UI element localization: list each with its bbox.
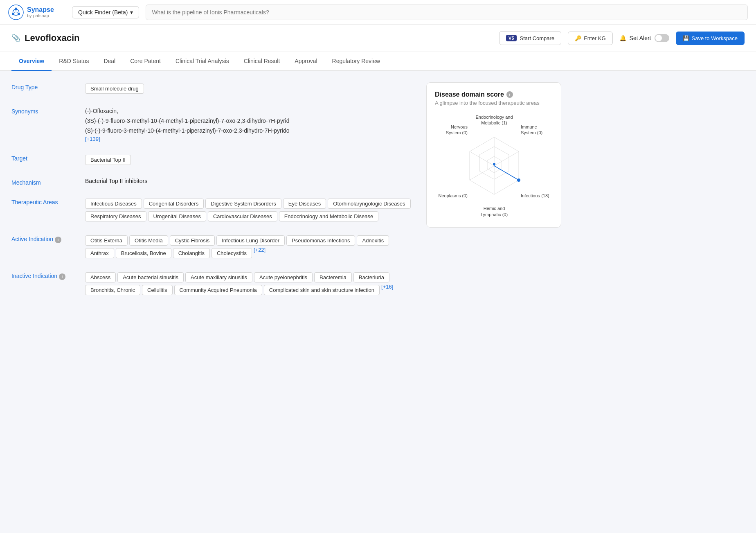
- disease-domain-title: Disease domain score i: [435, 91, 553, 98]
- ta-endocrinology[interactable]: Endocrinology and Metabolic Disease: [279, 211, 379, 221]
- brand-name: Synapse: [27, 6, 54, 14]
- svg-point-2: [15, 7, 17, 10]
- save-icon: 💾: [683, 35, 689, 41]
- synonyms-row: Synonyms (-)-Ofloxacin, (3S)-(-)-9-fluor…: [11, 106, 416, 142]
- tab-rd-status[interactable]: R&D Status: [52, 52, 96, 71]
- inactive-indication-info-icon[interactable]: i: [59, 273, 65, 280]
- active-indication-info-icon[interactable]: i: [55, 237, 61, 243]
- radar-label-hemic: Hemic andLymphatic (0): [472, 206, 517, 217]
- enter-kg-button[interactable]: 🔑 Enter KG: [568, 32, 612, 45]
- ai-anthrax[interactable]: Anthrax: [85, 248, 114, 258]
- tab-regulatory[interactable]: Regulatory Review: [325, 52, 388, 71]
- synonyms-label: Synonyms: [11, 106, 85, 142]
- inactive-indication-row: Inactive Indication i Abscess Acute bact…: [11, 271, 416, 296]
- ta-respiratory[interactable]: Respiratory Diseases: [85, 211, 146, 221]
- ii-acute-bacterial[interactable]: Acute bacterial sinusitis: [117, 272, 184, 282]
- synonyms-more-link[interactable]: [+139]: [85, 136, 100, 142]
- ii-community-pneumonia[interactable]: Community Acquired Pneumonia: [174, 285, 262, 295]
- compare-label: Start Compare: [520, 35, 555, 41]
- ta-digestive[interactable]: Digestive System Disorders: [205, 199, 281, 209]
- brand-sub: by patsnap: [27, 13, 54, 18]
- synonyms-value: (-)-Ofloxacin, (3S)-(-)-9-fluoro-3-methy…: [85, 106, 416, 142]
- ai-otitis-externa[interactable]: Otitis Externa: [85, 235, 128, 246]
- inactive-more-link[interactable]: [+16]: [381, 284, 393, 296]
- ai-cystic-fibrosis[interactable]: Cystic Fibrosis: [170, 235, 215, 246]
- tab-deal[interactable]: Deal: [96, 52, 123, 71]
- svg-point-4: [12, 13, 14, 15]
- radar-label-nervous: NervousSystem (0): [435, 124, 468, 136]
- ai-infectious-lung[interactable]: Infectious Lung Disorder: [216, 235, 285, 246]
- ai-cholecystitis[interactable]: Cholecystitis: [212, 248, 252, 258]
- quick-finder-button[interactable]: Quick Finder (Beta) ▾: [72, 6, 139, 18]
- save-to-workspace-button[interactable]: 💾 Save to Workspace: [676, 32, 745, 45]
- radar-label-infectious: Infectious (18): [521, 193, 554, 199]
- ai-cholangitis[interactable]: Cholangitis: [173, 248, 210, 258]
- tab-approval[interactable]: Approval: [287, 52, 324, 71]
- target-value: Bacterial Top II: [85, 154, 416, 166]
- ta-infectious[interactable]: Infectious Diseases: [85, 199, 142, 209]
- radar-label-endocrinology: Endocrinology andMetabolic (1): [474, 114, 515, 126]
- mechanism-row: Mechanism Bacterial Top II inhibitors: [11, 178, 416, 186]
- radar-label-immune: ImmuneSystem (0): [521, 124, 554, 136]
- tab-core-patent[interactable]: Core Patent: [123, 52, 168, 71]
- drug-type-row: Drug Type Small molecule drug: [11, 82, 416, 95]
- svg-line-15: [470, 166, 494, 180]
- alert-icon: 🔔: [619, 35, 626, 41]
- target-label: Target: [11, 154, 85, 166]
- search-input[interactable]: [146, 5, 748, 20]
- disease-domain-info-icon[interactable]: i: [506, 91, 513, 98]
- disease-domain-subtitle: A glimpse into the focused therapeutic a…: [435, 100, 553, 106]
- ii-bacteremia[interactable]: Bacteremia: [314, 272, 352, 282]
- kg-label: Enter KG: [584, 35, 605, 41]
- main-content: Drug Type Small molecule drug Synonyms (…: [0, 71, 573, 319]
- active-indication-label: Active Indication i: [11, 234, 85, 260]
- ta-otorhinolaryngologic[interactable]: Otorhinolaryngologic Diseases: [328, 199, 410, 209]
- ta-congenital[interactable]: Congenital Disorders: [144, 199, 204, 209]
- set-alert-group: 🔔 Set Alert: [619, 34, 669, 42]
- therapeutic-areas-row: Therapeutic Areas Infectious Diseases Co…: [11, 197, 416, 223]
- ai-brucellosis[interactable]: Brucellosis, Bovine: [116, 248, 171, 258]
- tab-clinical-result[interactable]: Clinical Result: [236, 52, 288, 71]
- radar-data-polygon: [494, 164, 519, 180]
- drug-header: 📎 Levofloxacin V5 Start Compare 🔑 Enter …: [0, 25, 756, 52]
- drug-actions: V5 Start Compare 🔑 Enter KG 🔔 Set Alert …: [499, 31, 745, 45]
- v5-badge: V5: [506, 35, 516, 41]
- alert-label: Set Alert: [630, 35, 651, 41]
- ii-acute-maxillary[interactable]: Acute maxillary sinusitis: [185, 272, 252, 282]
- inactive-indication-value: Abscess Acute bacterial sinusitis Acute …: [85, 271, 416, 296]
- svg-point-0: [9, 5, 23, 19]
- radar-label-neoplasms: Neoplasms (0): [435, 193, 468, 199]
- logo-text: Synapse by patsnap: [27, 6, 54, 18]
- inactive-indication-label: Inactive Indication i: [11, 271, 85, 296]
- ta-cardiovascular[interactable]: Cardiovascular Diseases: [208, 211, 277, 221]
- ii-bronchitis[interactable]: Bronchitis, Chronic: [85, 285, 140, 295]
- quick-finder-label: Quick Finder (Beta): [78, 9, 128, 16]
- ta-eye[interactable]: Eye Diseases: [283, 199, 326, 209]
- synonym-1: (-)-Ofloxacin,: [85, 106, 416, 116]
- active-indication-value: Otitis Externa Otitis Media Cystic Fibro…: [85, 234, 416, 260]
- kg-icon: 🔑: [575, 35, 581, 41]
- ta-urogenital[interactable]: Urogenital Diseases: [148, 211, 206, 221]
- ii-abscess[interactable]: Abscess: [85, 272, 116, 282]
- drug-name: Levofloxacin: [25, 33, 79, 43]
- ii-cellulitis[interactable]: Cellulitis: [142, 285, 172, 295]
- alert-toggle[interactable]: [655, 34, 669, 42]
- tab-overview[interactable]: Overview: [11, 52, 52, 71]
- svg-point-3: [18, 13, 20, 15]
- ai-pseudomonas[interactable]: Pseudomonas Infections: [286, 235, 355, 246]
- tabs-bar: Overview R&D Status Deal Core Patent Cli…: [0, 52, 756, 71]
- start-compare-button[interactable]: V5 Start Compare: [499, 31, 561, 45]
- ii-complicated-skin[interactable]: Complicated skin and skin structure infe…: [264, 285, 380, 295]
- radar-endocrinology-dot: [493, 163, 495, 165]
- ii-acute-pyelonephritis[interactable]: Acute pyelonephritis: [254, 272, 313, 282]
- ai-adnexitis[interactable]: Adnexitis: [357, 235, 389, 246]
- mechanism-text: Bacterial Top II inhibitors: [85, 178, 147, 184]
- ai-otitis-media[interactable]: Otitis Media: [129, 235, 168, 246]
- synapse-logo-icon: [8, 5, 24, 20]
- active-more-link[interactable]: [+22]: [254, 247, 266, 260]
- therapeutic-areas-value: Infectious Diseases Congenital Disorders…: [85, 197, 416, 223]
- drug-title: 📎 Levofloxacin: [11, 33, 79, 43]
- ii-bacteriuria[interactable]: Bacteriuria: [353, 272, 389, 282]
- pin-icon: 📎: [11, 34, 20, 43]
- tab-clinical-trial[interactable]: Clinical Trial Analysis: [168, 52, 236, 71]
